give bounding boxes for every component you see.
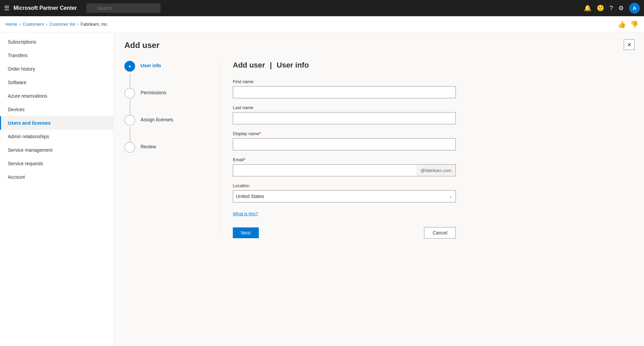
sidebar-item-service-requests[interactable]: Service requests	[0, 157, 113, 170]
display-name-label: Display name*	[233, 131, 633, 136]
step-circle-permissions	[124, 88, 135, 99]
display-name-required: *	[259, 131, 261, 136]
step-panel: ● User info Permissions	[124, 61, 219, 239]
step-label-review: Review	[141, 142, 156, 149]
first-name-group: First name	[233, 79, 633, 98]
step-label-permissions: Permissions	[141, 88, 166, 95]
first-name-input[interactable]	[233, 86, 456, 98]
email-suffix: @fabrikam.com	[417, 164, 456, 176]
search-wrapper: 🔍	[86, 3, 242, 13]
sidebar-item-service-management[interactable]: Service management	[0, 143, 113, 157]
location-select[interactable]: United States Canada United Kingdom Aust…	[233, 190, 456, 202]
last-name-label: Last name	[233, 105, 633, 110]
form-title-suffix: User info	[277, 61, 309, 69]
breadcrumb-sep-1: ›	[19, 22, 21, 27]
breadcrumb-actions: 👍 👎	[618, 20, 639, 28]
form-title-prefix: Add user	[233, 61, 265, 69]
breadcrumb-customers[interactable]: Customers	[23, 22, 44, 27]
step-review[interactable]: Review	[124, 142, 205, 153]
email-input[interactable]	[233, 164, 417, 176]
display-name-group: Display name*	[233, 131, 633, 150]
location-label: Location	[233, 183, 633, 188]
thumbs-up-icon[interactable]: 👍	[618, 20, 626, 28]
breadcrumb-home[interactable]: Home	[5, 22, 17, 27]
sidebar-item-subscriptions[interactable]: Subscriptions	[0, 35, 113, 49]
step-permissions-wrapper: Permissions	[124, 88, 205, 99]
last-name-input[interactable]	[233, 112, 456, 124]
step-assign-licenses[interactable]: Assign licenses	[124, 115, 205, 126]
step-assign-licenses-wrapper: Assign licenses	[124, 115, 205, 126]
email-group: Email* @fabrikam.com	[233, 157, 633, 176]
sidebar-item-account[interactable]: Account	[0, 170, 113, 184]
hamburger-icon[interactable]: ☰	[4, 4, 9, 12]
breadcrumb-sep-3: ›	[77, 22, 78, 27]
close-button[interactable]: ✕	[624, 39, 635, 50]
step-label-user-info: User info	[141, 61, 161, 68]
step-user-info-wrapper: ● User info	[124, 61, 205, 72]
next-button[interactable]: Next	[233, 227, 259, 238]
breadcrumb-customer-list[interactable]: Customer list	[49, 22, 75, 27]
form-panel: Add user | User info First name Last nam…	[233, 61, 633, 239]
breadcrumb: Home › Customers › Customer list › Fabri…	[5, 22, 108, 27]
breadcrumb-bar: Home › Customers › Customer list › Fabri…	[0, 16, 644, 32]
form-title: Add user | User info	[233, 61, 633, 70]
step-circle-assign-licenses	[124, 115, 135, 126]
gear-icon[interactable]: ⚙	[618, 4, 624, 12]
sidebar-item-software[interactable]: Software	[0, 76, 113, 89]
email-label: Email*	[233, 157, 633, 162]
main-content: Add user ✕ ● User info	[114, 32, 644, 346]
app-title: Microsoft Partner Center	[14, 5, 77, 11]
step-circle-user-info: ●	[124, 61, 135, 72]
email-wrapper: @fabrikam.com	[233, 164, 456, 176]
email-required: *	[244, 157, 246, 162]
wizard-layout: ● User info Permissions	[124, 61, 633, 239]
first-name-label: First name	[233, 79, 633, 84]
cancel-button[interactable]: Cancel	[424, 227, 456, 239]
sidebar-item-admin-relationships[interactable]: Admin relationships	[0, 130, 113, 143]
sidebar: Subscriptions Transfers Order history So…	[0, 32, 114, 346]
sidebar-item-devices[interactable]: Devices	[0, 103, 113, 116]
step-circle-review	[124, 142, 135, 153]
topbar: ☰ Microsoft Partner Center 🔍 🔔 🙂 ? ⚙ A	[0, 0, 644, 16]
help-icon[interactable]: ?	[610, 5, 613, 12]
location-select-wrapper: United States Canada United Kingdom Aust…	[233, 190, 456, 202]
breadcrumb-sep-2: ›	[46, 22, 47, 27]
bell-icon[interactable]: 🔔	[584, 4, 591, 12]
form-actions: Next Cancel	[233, 227, 456, 239]
sidebar-item-azure-reservations[interactable]: Azure reservations	[0, 89, 113, 103]
vertical-divider	[219, 61, 219, 239]
display-name-input[interactable]	[233, 138, 456, 150]
close-icon: ✕	[627, 42, 631, 48]
step-dot-icon: ●	[128, 64, 131, 69]
location-group: Location United States Canada United Kin…	[233, 183, 633, 202]
step-user-info[interactable]: ● User info	[124, 61, 205, 72]
search-input[interactable]	[86, 3, 160, 13]
what-is-this-link[interactable]: What is this?	[233, 211, 258, 216]
avatar[interactable]: A	[629, 3, 640, 14]
main-layout: Subscriptions Transfers Order history So…	[0, 32, 644, 346]
topbar-actions: 🔔 🙂 ? ⚙ A	[584, 3, 640, 14]
form-title-pipe: |	[270, 61, 274, 69]
smiley-icon[interactable]: 🙂	[597, 4, 604, 12]
sidebar-item-users-and-licenses[interactable]: Users and licenses	[0, 116, 113, 130]
sidebar-item-transfers[interactable]: Transfers	[0, 49, 113, 62]
step-label-assign-licenses: Assign licenses	[141, 115, 173, 122]
sidebar-item-order-history[interactable]: Order history	[0, 62, 113, 76]
step-permissions[interactable]: Permissions	[124, 88, 205, 99]
last-name-group: Last name	[233, 105, 633, 124]
page-title: Add user	[124, 41, 633, 50]
thumbs-down-icon[interactable]: 👎	[630, 20, 639, 28]
breadcrumb-current: Fabrikam, Inc.	[80, 22, 108, 27]
